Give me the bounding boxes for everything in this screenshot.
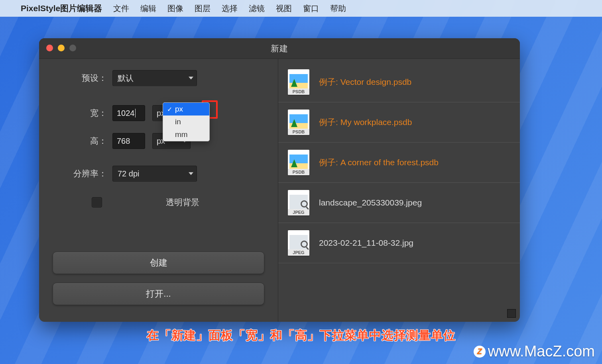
window-controls (46, 45, 76, 51)
file-type-badge: PSDB (288, 169, 309, 175)
recent-file-item[interactable]: PSDB 例子: Vector design.psdb (278, 62, 520, 102)
recent-file-item[interactable]: JPEG landscape_205330039.jpeg (278, 183, 520, 223)
unit-option-in[interactable]: in (163, 115, 209, 128)
file-type-badge: JPEG (288, 249, 309, 256)
height-input[interactable]: 768 (112, 133, 145, 149)
recent-files-panel: PSDB 例子: Vector design.psdb PSDB 例子: My … (278, 59, 520, 322)
transparent-bg-label: 透明背景 (166, 197, 205, 208)
resolution-label: 分辨率： (49, 168, 112, 179)
file-thumbnail: PSDB (288, 110, 309, 135)
zoom-window-button[interactable] (69, 45, 76, 51)
preset-select[interactable]: 默认 (112, 70, 197, 86)
menu-file[interactable]: 文件 (113, 3, 129, 14)
height-value: 768 (117, 137, 130, 146)
menu-view[interactable]: 视图 (276, 3, 292, 14)
watermark-logo-icon: Z (474, 346, 486, 358)
file-thumbnail: JPEG (288, 190, 309, 215)
height-label: 高： (49, 135, 112, 147)
new-document-dialog: 新建 预设： 默认 宽： 1024 (39, 38, 520, 322)
unit-option-px[interactable]: px (163, 103, 209, 115)
file-name: 例子: My workplace.psdb (319, 117, 412, 128)
open-button[interactable]: 打开... (53, 283, 264, 305)
menu-edit[interactable]: 编辑 (140, 3, 156, 14)
file-thumbnail: PSDB (288, 150, 309, 175)
chevron-down-icon (189, 172, 193, 175)
file-thumbnail: JPEG (288, 230, 309, 256)
menu-layer[interactable]: 图层 (195, 3, 211, 14)
width-label: 宽： (49, 108, 112, 119)
file-type-badge: JPEG (288, 209, 309, 215)
menu-bar: PixelStyle图片编辑器 文件 编辑 图像 图层 选择 滤镜 视图 窗口 … (0, 0, 602, 17)
file-type-badge: PSDB (288, 88, 309, 95)
menu-help[interactable]: 帮助 (330, 3, 346, 14)
width-value: 1024 (117, 109, 135, 118)
file-name: landscape_205330039.jpeg (319, 198, 422, 207)
close-window-button[interactable] (46, 45, 53, 51)
preset-label: 预设： (49, 72, 112, 84)
app-name-menu[interactable]: PixelStyle图片编辑器 (21, 3, 102, 14)
new-settings-panel: 预设： 默认 宽： 1024 px (39, 59, 278, 322)
title-bar: 新建 (39, 38, 520, 59)
preset-select-value: 默认 (118, 73, 134, 84)
menu-filter[interactable]: 滤镜 (249, 3, 265, 14)
transparent-bg-checkbox[interactable] (92, 197, 102, 207)
menu-window[interactable]: 窗口 (303, 3, 319, 14)
chevron-down-icon (189, 77, 193, 80)
file-name: 例子: Vector design.psdb (319, 76, 411, 88)
file-name: 2023-02-21_11-08-32.jpg (319, 238, 413, 248)
width-input[interactable]: 1024 (112, 105, 145, 121)
file-name: 例子: A corner of the forest.psdb (319, 157, 439, 168)
file-type-badge: PSDB (288, 129, 309, 135)
resize-grip[interactable] (507, 309, 516, 318)
file-thumbnail: PSDB (288, 69, 309, 95)
magnifier-icon (301, 200, 308, 207)
recent-file-item[interactable]: JPEG 2023-02-21_11-08-32.jpg (278, 223, 520, 263)
resolution-value: 72 dpi (118, 169, 140, 178)
dialog-title: 新建 (271, 43, 288, 54)
menu-select[interactable]: 选择 (222, 3, 238, 14)
resolution-select[interactable]: 72 dpi (112, 166, 197, 182)
tutorial-caption: 在「新建」面板「宽」和「高」下拉菜单中选择测量单位 (147, 327, 456, 344)
magnifier-icon (301, 241, 308, 248)
watermark-text: www.MacZ.com (488, 343, 595, 360)
unit-option-mm[interactable]: mm (163, 128, 209, 141)
recent-file-item[interactable]: PSDB 例子: My workplace.psdb (278, 102, 520, 143)
minimize-window-button[interactable] (58, 45, 65, 51)
watermark: Z www.MacZ.com (474, 343, 595, 360)
menu-image[interactable]: 图像 (167, 3, 183, 14)
create-button[interactable]: 创建 (53, 252, 264, 274)
width-unit-menu: px in mm (163, 102, 210, 141)
recent-file-item[interactable]: PSDB 例子: A corner of the forest.psdb (278, 143, 520, 183)
